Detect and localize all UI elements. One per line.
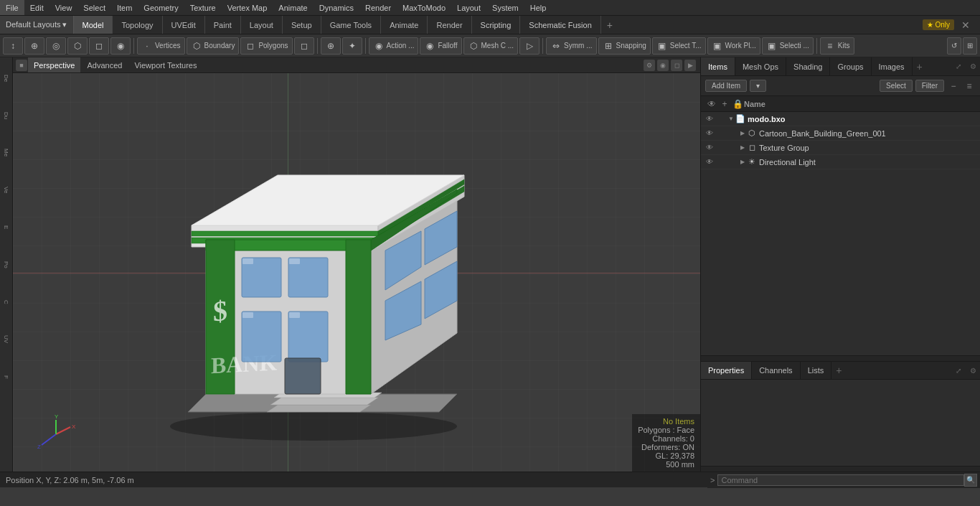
- rp-add-tab-btn[interactable]: +: [913, 57, 927, 75]
- select-mode-btn[interactable]: ◎: [46, 37, 66, 55]
- menu-layout[interactable]: Layout: [451, 0, 486, 15]
- viewport-tab-advanced[interactable]: Advanced: [81, 57, 128, 72]
- viewport-camera-btn[interactable]: ◉: [657, 60, 669, 71]
- items-lock-btn[interactable]: 🔒: [731, 98, 744, 111]
- tree-item-texture[interactable]: 👁 ▶ ◻ Texture Group: [701, 141, 980, 155]
- menu-geometry[interactable]: Geometry: [138, 0, 184, 15]
- bottom-panel-scrollbar[interactable]: [701, 466, 980, 472]
- rp-tab-images[interactable]: Images: [872, 57, 913, 75]
- falloff-btn[interactable]: ◉Falloff: [420, 37, 461, 55]
- layout-close-button[interactable]: ✕: [957, 19, 974, 31]
- layout-tab-paint[interactable]: Paint: [205, 16, 241, 34]
- tree-arrow-modo[interactable]: ▼: [727, 116, 735, 122]
- move-tool-btn[interactable]: ↕: [3, 37, 23, 55]
- menu-animate[interactable]: Animate: [273, 0, 313, 15]
- select-btn[interactable]: Select: [880, 80, 913, 92]
- symmetry-btn[interactable]: ⇔Symm ...: [546, 37, 596, 55]
- tree-eye-texture[interactable]: 👁: [704, 144, 715, 151]
- viewport-tab-textures[interactable]: Viewport Textures: [128, 57, 202, 72]
- circle-tool-btn[interactable]: ⊕: [24, 37, 44, 55]
- poly-mode-btn[interactable]: ◻: [294, 37, 314, 55]
- box-tool-btn[interactable]: ◻: [89, 37, 109, 55]
- rp-tab-shading[interactable]: Shading: [786, 57, 830, 75]
- filter-btn[interactable]: Filter: [915, 80, 944, 92]
- tree-arrow-texture[interactable]: ▶: [738, 144, 747, 151]
- tree-item-light[interactable]: 👁 ▶ ☀ Directional Light: [701, 155, 980, 169]
- bp-expand-btn[interactable]: ⤢: [951, 361, 966, 380]
- menu-select[interactable]: Select: [77, 0, 111, 15]
- layout-tab-layout[interactable]: Layout: [241, 16, 283, 34]
- action-btn[interactable]: ◉Action ...: [369, 37, 419, 55]
- sidebar-item-f[interactable]: F: [1, 359, 11, 395]
- menu-help[interactable]: Help: [524, 0, 552, 15]
- fullscreen-btn[interactable]: ⊞: [963, 37, 977, 55]
- layout-tab-render[interactable]: Render: [428, 16, 471, 34]
- work-plane-btn[interactable]: ▣Work Pl...: [707, 37, 760, 55]
- sidebar-item-e[interactable]: E: [1, 210, 11, 245]
- viewport-shading-btn[interactable]: ◻: [671, 60, 682, 71]
- hex-tool-btn[interactable]: ⬡: [67, 37, 88, 55]
- sidebar-item-me[interactable]: Me: [1, 135, 11, 171]
- sidebar-item-po[interactable]: Po: [1, 247, 11, 283]
- command-search-btn[interactable]: 🔍: [964, 474, 977, 487]
- dot-tool-btn[interactable]: ◉: [110, 37, 131, 55]
- sidebar-item-c[interactable]: C: [1, 284, 11, 320]
- menu-vertex-map[interactable]: Vertex Map: [222, 0, 273, 15]
- bp-settings-btn[interactable]: ⚙: [966, 361, 980, 380]
- bp-tab-channels[interactable]: Channels: [752, 362, 800, 379]
- command-input[interactable]: [717, 474, 964, 486]
- tree-eye-modo[interactable]: 👁: [704, 115, 715, 123]
- rp-settings-btn[interactable]: ⚙: [966, 57, 980, 76]
- select-type-btn[interactable]: ▣Select T...: [652, 37, 706, 55]
- layout-tab-scripting[interactable]: Scripting: [472, 16, 521, 34]
- menu-maxtomodo[interactable]: MaxToModo: [397, 0, 451, 15]
- rp-expand-btn[interactable]: ⤢: [951, 57, 966, 76]
- star-only-button[interactable]: ★ Only: [923, 19, 954, 30]
- rp-tab-mesh-ops[interactable]: Mesh Ops: [735, 57, 786, 75]
- items-add-btn[interactable]: +: [718, 98, 731, 111]
- layout-tab-setup[interactable]: Setup: [283, 16, 321, 34]
- tree-arrow-bank[interactable]: ▶: [738, 130, 747, 136]
- vertices-btn[interactable]: ·Vertices: [137, 37, 185, 55]
- selection-btn[interactable]: ▣Selecti ...: [762, 37, 814, 55]
- bp-add-tab-btn[interactable]: +: [831, 362, 846, 379]
- sidebar-item-uv[interactable]: UV: [1, 322, 11, 357]
- menu-item[interactable]: Item: [111, 0, 138, 15]
- layout-add-button[interactable]: +: [601, 16, 618, 34]
- layout-dropdown[interactable]: Default Layouts ▾: [0, 16, 74, 34]
- menu-render[interactable]: Render: [359, 0, 397, 15]
- tree-eye-bank[interactable]: 👁: [704, 129, 715, 137]
- select-circle-btn[interactable]: ⊕: [321, 37, 341, 55]
- menu-dynamics[interactable]: Dynamics: [314, 0, 359, 15]
- items-more-btn[interactable]: ≡: [963, 80, 976, 93]
- layout-tab-animate[interactable]: Animate: [381, 16, 428, 34]
- menu-view[interactable]: View: [50, 0, 78, 15]
- scene-tree-scrollbar[interactable]: [701, 355, 980, 361]
- sidebar-item-de[interactable]: De: [1, 60, 11, 96]
- layout-tab-gametools[interactable]: Game Tools: [321, 16, 382, 34]
- rp-tab-items[interactable]: Items: [701, 57, 735, 75]
- layout-tab-model[interactable]: Model: [74, 16, 113, 34]
- kits-btn[interactable]: ≡Kits: [820, 37, 854, 55]
- sidebar-item-ve[interactable]: Ve: [1, 172, 11, 208]
- undo-rotate-btn[interactable]: ↺: [947, 37, 961, 55]
- layout-tab-schematic[interactable]: Schematic Fusion: [520, 16, 600, 34]
- menu-edit[interactable]: Edit: [24, 0, 50, 15]
- sidebar-item-du[interactable]: Du: [1, 98, 11, 133]
- polygons-btn[interactable]: ◻Polygons: [240, 37, 292, 55]
- items-minus-btn[interactable]: −: [947, 80, 960, 93]
- menu-system[interactable]: System: [486, 0, 524, 15]
- star-tool-btn[interactable]: ✦: [342, 37, 362, 55]
- boundary-btn[interactable]: ⬡Boundary: [187, 37, 240, 55]
- tree-item-modo-bxo[interactable]: 👁 ▼ 📄 modo.bxo: [701, 112, 980, 126]
- viewport[interactable]: ■ Perspective Advanced Viewport Textures…: [13, 57, 700, 472]
- mesh-btn[interactable]: ⬡Mesh C ...: [463, 37, 519, 55]
- viewport-tab-perspective[interactable]: Perspective: [28, 57, 80, 72]
- items-eye-all[interactable]: 👁: [705, 98, 718, 111]
- tree-arrow-light[interactable]: ▶: [738, 159, 747, 165]
- menu-file[interactable]: File: [0, 0, 24, 15]
- tree-item-bank[interactable]: 👁 ▶ ⬡ Cartoon_Bank_Building_Green_001: [701, 126, 980, 141]
- bp-tab-lists[interactable]: Lists: [801, 362, 832, 379]
- viewport-more-btn[interactable]: ▶: [684, 60, 696, 71]
- menu-texture[interactable]: Texture: [184, 0, 222, 15]
